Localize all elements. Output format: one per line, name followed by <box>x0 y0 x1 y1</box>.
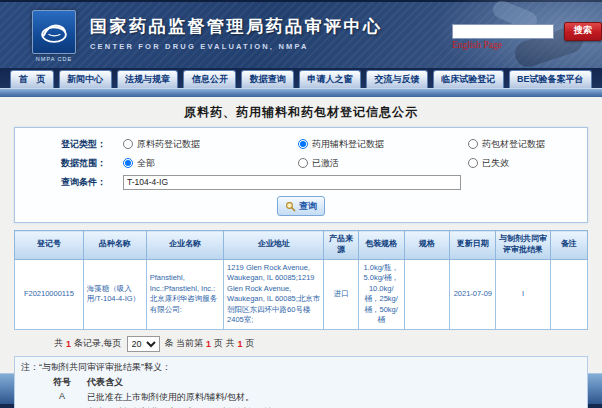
radio-label: 已激活 <box>312 157 339 170</box>
query-button-row: 查询 <box>15 196 587 216</box>
col-header-package-spec: 包装规格 <box>358 231 404 260</box>
cell-company-address: 1219 Glen Rock Avenue, Waukegan, IL 6008… <box>224 259 324 329</box>
site-header: NMPA CDE 国家药品监督管理局药品审评中心 CENTER FOR DRUG… <box>0 0 602 68</box>
legend-title: 注：“与制剂共同审评审批结果”释义： <box>21 361 581 374</box>
cell-product-name: 海藻糖（吸入用/T-104-4-IG） <box>83 259 146 329</box>
site-search-button[interactable]: 搜索 <box>564 22 602 41</box>
nav-tab-clinical-trial[interactable]: 临床试验登记 <box>433 70 504 88</box>
main-content: 原料药、药用辅料和药包材登记信息公示 登记类型： 原料药登记数据 药用辅料登记数… <box>0 97 602 373</box>
total-records-count: 1 <box>66 339 71 349</box>
col-header-company-name: 企业名称 <box>146 231 223 260</box>
site-titles: 国家药品监督管理局药品审评中心 CENTER FOR DRUG EVALUATI… <box>90 15 383 51</box>
table-row: F20210000115 海藻糖（吸入用/T-104-4-IG） Pfansti… <box>15 259 588 329</box>
cell-reg-no: F20210000115 <box>15 259 84 329</box>
english-page-link[interactable]: English Page <box>452 40 502 50</box>
legend-symbol-header: 符号 <box>47 376 77 389</box>
pagination-text: 条 当前第 <box>165 337 204 350</box>
nav-bottom-strip <box>0 88 602 97</box>
current-page-number: 1 <box>206 339 211 349</box>
reg-type-label: 登记类型： <box>61 138 123 151</box>
top-border-line <box>0 0 602 2</box>
reg-type-row: 登记类型： 原料药登记数据 药用辅料登记数据 药包材登记数据 <box>15 136 587 152</box>
results-table: 登记号 品种名称 企业名称 企业地址 产品来源 包装规格 规格 更新日期 与制剂… <box>14 230 588 330</box>
table-header-row: 登记号 品种名称 企业名称 企业地址 产品来源 包装规格 规格 更新日期 与制剂… <box>15 231 588 260</box>
radio-invalid[interactable] <box>468 158 478 168</box>
page-size-select[interactable]: 20 <box>127 336 160 352</box>
query-submit-button[interactable]: 查询 <box>277 196 325 216</box>
legend-meaning-header: 代表含义 <box>87 376 123 389</box>
logo-emblem-icon <box>32 10 76 54</box>
cell-remark <box>550 259 587 329</box>
query-condition-row: 查询条件： <box>15 174 587 190</box>
pagination-bar: 共 1 条记录,每页 20 条 当前第 1 页 共 1 页 <box>54 336 588 352</box>
cell-product-source: 进口 <box>324 259 358 329</box>
cell-spec <box>404 259 450 329</box>
col-header-company-address: 企业地址 <box>224 231 324 260</box>
legend-header-row: 符号 代表含义 <box>21 376 581 389</box>
nav-tab-be-platform[interactable]: BE试验备案平台 <box>509 70 592 88</box>
col-header-spec: 规格 <box>404 231 450 260</box>
radio-api-data[interactable] <box>123 139 133 149</box>
radio-all[interactable] <box>123 158 133 168</box>
radio-label: 已失效 <box>482 157 509 170</box>
nav-tab-news[interactable]: 新闻中心 <box>59 70 112 88</box>
query-condition-label: 查询条件： <box>61 176 123 189</box>
radio-label: 全部 <box>137 157 155 170</box>
cell-company-name: Pfanstiehl, Inc.:Pfanstiehl, Inc.:北京康利华咨… <box>146 259 223 329</box>
col-header-product-source: 产品来源 <box>324 231 358 260</box>
query-button-label: 查询 <box>299 200 317 213</box>
nav-tab-regulations[interactable]: 法规与规章 <box>117 70 179 88</box>
radio-label: 药用辅料登记数据 <box>312 138 384 151</box>
legend-symbol: A <box>47 391 77 404</box>
nav-tab-disclosure[interactable]: 信息公开 <box>183 70 236 88</box>
radio-label: 药包材登记数据 <box>482 138 545 151</box>
legend-meaning: 已批准在上市制剂使用的原料/辅料/包材。 <box>87 391 254 404</box>
site-title-chinese: 国家药品监督管理局药品审评中心 <box>90 15 383 38</box>
col-header-product-name: 品种名称 <box>83 231 146 260</box>
radio-packaging-data[interactable] <box>468 139 478 149</box>
nmpa-cde-logo[interactable]: NMPA CDE <box>30 10 78 62</box>
cell-update-date: 2021-07-09 <box>450 259 496 329</box>
data-scope-label: 数据范围： <box>61 157 123 170</box>
nav-tab-home[interactable]: 首 页 <box>10 70 54 88</box>
main-navigation: 首 页 新闻中心 法规与规章 信息公开 数据查询 申请人之窗 交流与反馈 临床试… <box>0 68 602 88</box>
col-header-remark: 备注 <box>550 231 587 260</box>
radio-option-invalid[interactable]: 已失效 <box>468 157 509 170</box>
col-header-reg-no: 登记号 <box>15 231 84 260</box>
radio-active[interactable] <box>298 158 308 168</box>
radio-excipient-data[interactable] <box>298 139 308 149</box>
col-header-update-date: 更新日期 <box>450 231 496 260</box>
pagination-text: 共 <box>54 337 63 350</box>
radio-option-all[interactable]: 全部 <box>123 157 298 170</box>
legend-note-box: 注：“与制剂共同审评审批结果”释义： 符号 代表含义 A 已批准在上市制剂使用的… <box>14 356 588 408</box>
nav-tab-feedback[interactable]: 交流与反馈 <box>366 70 428 88</box>
nav-tab-applicant[interactable]: 申请人之窗 <box>299 70 361 88</box>
query-condition-input[interactable] <box>123 175 461 190</box>
pagination-text: 页 共 <box>214 337 235 350</box>
nav-tab-data-query[interactable]: 数据查询 <box>241 70 294 88</box>
cell-package-spec: 1.0kg/瓶，5.0kg/桶，10.0kg/桶，25kg/桶，50kg/桶 <box>358 259 404 329</box>
radio-option-packaging-data[interactable]: 药包材登记数据 <box>468 138 545 151</box>
radio-option-active[interactable]: 已激活 <box>298 157 468 170</box>
data-scope-row: 数据范围： 全部 已激活 已失效 <box>15 155 587 171</box>
header-search-area: 搜索 <box>452 22 602 41</box>
radio-option-excipient-data[interactable]: 药用辅料登记数据 <box>298 138 468 151</box>
pagination-text: 条记录,每页 <box>74 337 122 350</box>
radio-option-api-data[interactable]: 原料药登记数据 <box>123 138 298 151</box>
radio-label: 原料药登记数据 <box>137 138 200 151</box>
col-header-review-result: 与制剂共同审评审批结果 <box>496 231 550 260</box>
logo-caption: NMPA CDE <box>30 56 78 62</box>
site-search-input[interactable] <box>452 24 554 39</box>
legend-item-a: A 已批准在上市制剂使用的原料/辅料/包材。 <box>21 391 581 404</box>
query-form: 登记类型： 原料药登记数据 药用辅料登记数据 药包材登记数据 数据范围： 全部 <box>14 127 588 223</box>
cell-review-result: I <box>496 259 550 329</box>
pagination-text: 页 <box>246 337 255 350</box>
swan-emblem-icon <box>37 15 71 49</box>
magnifier-icon <box>285 201 296 212</box>
site-title-english: CENTER FOR DRUG EVALUATION, NMPA <box>90 42 383 51</box>
page-title: 原料药、药用辅料和药包材登记信息公示 <box>0 97 602 121</box>
total-pages-count: 1 <box>238 339 243 349</box>
